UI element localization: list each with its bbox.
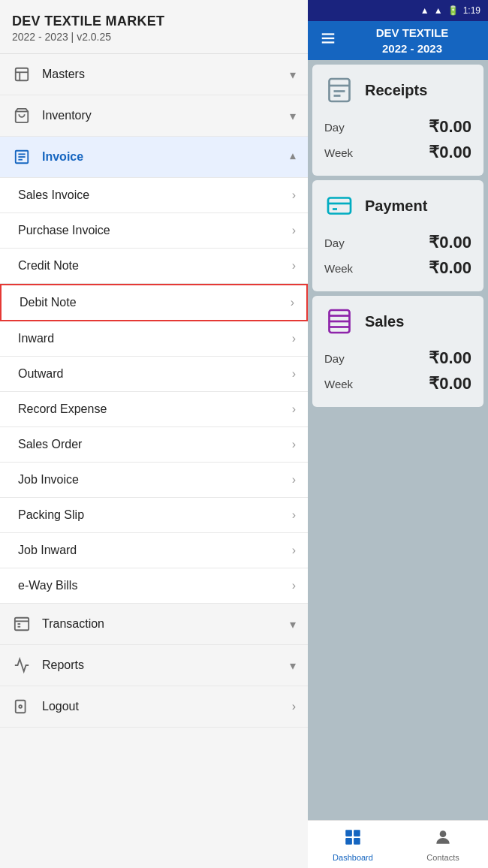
payment-day-label: Day: [324, 237, 345, 249]
logout-chevron: ›: [292, 700, 296, 713]
outward-label: Outward: [18, 367, 63, 381]
signal-icon: ▲: [434, 5, 443, 16]
sales-title: Sales: [365, 313, 404, 330]
logout-icon: [12, 697, 32, 716]
sidebar-item-eway-bills[interactable]: e-Way Bills ›: [0, 568, 308, 604]
time-display: 1:19: [463, 5, 480, 16]
transaction-icon: [12, 614, 32, 634]
svg-rect-28: [345, 830, 352, 836]
sidebar-item-debit-note[interactable]: Debit Note ›: [0, 284, 308, 321]
sidebar-item-inventory[interactable]: Inventory ▾: [0, 95, 308, 137]
dashboard-nav-icon: [343, 827, 363, 851]
sales-week-label: Week: [324, 378, 353, 390]
inventory-icon: [12, 106, 32, 125]
invoice-chevron: ▾: [290, 150, 296, 164]
bottom-navigation: Dashboard Contacts: [308, 820, 488, 868]
sidebar-item-transaction[interactable]: Transaction ▾: [0, 604, 308, 645]
reports-icon: [12, 656, 32, 675]
svg-point-32: [440, 830, 447, 837]
payment-week-amount: ₹0.00: [429, 258, 471, 278]
contacts-nav-label: Contacts: [426, 853, 459, 862]
sidebar-item-reports[interactable]: Reports ▾: [0, 645, 308, 686]
sidebar-item-logout[interactable]: Logout ›: [0, 686, 308, 728]
receipts-day-amount: ₹0.00: [429, 117, 471, 137]
receipts-week-amount: ₹0.00: [429, 143, 471, 162]
sales-order-label: Sales Order: [18, 438, 82, 451]
receipts-card: Receipts Day ₹0.00 Week ₹0.00: [312, 65, 483, 176]
header-company: DEV TEXTILE: [348, 25, 476, 41]
sidebar-item-sales-invoice[interactable]: Sales Invoice ›: [0, 178, 308, 213]
svg-rect-31: [354, 838, 360, 845]
masters-icon: [12, 65, 32, 84]
svg-rect-30: [345, 838, 352, 845]
nav-dashboard[interactable]: Dashboard: [308, 823, 398, 866]
sidebar-item-credit-note[interactable]: Credit Note ›: [0, 249, 308, 284]
receipts-card-icon: [324, 75, 354, 105]
svg-rect-21: [328, 198, 351, 214]
record-expense-label: Record Expense: [18, 402, 107, 416]
credit-note-label: Credit Note: [18, 259, 79, 273]
sales-day-label: Day: [324, 352, 345, 365]
sidebar-item-job-inward[interactable]: Job Inward ›: [0, 533, 308, 568]
masters-label: Masters: [42, 68, 85, 81]
header-year: 2022 - 2023: [348, 41, 476, 56]
status-bar: ▲ ▲ 🔋 1:19: [308, 0, 488, 21]
inventory-chevron: ▾: [290, 109, 296, 123]
svg-rect-17: [330, 79, 350, 101]
packing-slip-label: Packing Slip: [18, 508, 84, 522]
contacts-nav-icon: [433, 827, 453, 851]
svg-rect-0: [16, 68, 29, 81]
receipts-title: Receipts: [365, 82, 427, 99]
masters-chevron: ▾: [290, 68, 296, 82]
sidebar-item-sales-order[interactable]: Sales Order ›: [0, 427, 308, 463]
sidebar-item-invoice[interactable]: Invoice ▾: [0, 137, 308, 178]
main-panel: DEV TEXTILE 2022 - 2023 Receipts Day: [308, 0, 488, 868]
payment-day-amount: ₹0.00: [429, 233, 471, 252]
svg-rect-29: [354, 830, 360, 836]
svg-point-13: [19, 705, 22, 708]
dashboard-nav-label: Dashboard: [333, 853, 373, 862]
eway-bills-label: e-Way Bills: [18, 579, 77, 592]
transaction-label: Transaction: [42, 617, 104, 631]
navigation-drawer: DEV TEXTILE MARKET 2022 - 2023 | v2.0.25…: [0, 0, 308, 868]
sales-day-amount: ₹0.00: [429, 348, 471, 368]
sidebar-item-packing-slip[interactable]: Packing Slip ›: [0, 498, 308, 533]
header-title: DEV TEXTILE 2022 - 2023: [348, 25, 476, 56]
payment-card-icon: [324, 191, 354, 221]
sales-week-amount: ₹0.00: [429, 374, 471, 393]
wifi-icon: ▲: [420, 5, 429, 16]
inventory-label: Inventory: [42, 109, 92, 122]
sidebar-item-masters[interactable]: Masters ▾: [0, 54, 308, 95]
nav-contacts[interactable]: Contacts: [398, 823, 488, 866]
sidebar-item-job-invoice[interactable]: Job Invoice ›: [0, 463, 308, 498]
sales-card: Sales Day ₹0.00 Week ₹0.00: [312, 296, 483, 407]
sidebar-item-outward[interactable]: Outward ›: [0, 357, 308, 392]
battery-icon: 🔋: [447, 5, 459, 16]
company-name: DEV TEXTILE MARKET: [12, 14, 296, 29]
svg-rect-8: [15, 618, 29, 631]
sales-card-icon: [324, 306, 354, 336]
sidebar-item-inward[interactable]: Inward ›: [0, 321, 308, 357]
reports-chevron: ▾: [290, 659, 296, 673]
dashboard-cards: Receipts Day ₹0.00 Week ₹0.00: [308, 60, 488, 868]
sales-invoice-label: Sales Invoice: [18, 188, 89, 202]
payment-card: Payment Day ₹0.00 Week ₹0.00: [312, 180, 483, 291]
transaction-chevron: ▾: [290, 617, 296, 631]
drawer-header: DEV TEXTILE MARKET 2022 - 2023 | v2.0.25: [0, 0, 308, 54]
purchase-invoice-label: Purchase Invoice: [18, 224, 110, 237]
payment-week-label: Week: [324, 262, 353, 275]
invoice-label: Invoice: [42, 150, 83, 164]
debit-note-label: Debit Note: [20, 296, 77, 309]
company-sub: 2022 - 2023 | v2.0.25: [12, 31, 296, 43]
receipts-week-label: Week: [324, 146, 353, 159]
hamburger-icon[interactable]: [320, 30, 336, 51]
sidebar-item-purchase-invoice[interactable]: Purchase Invoice ›: [0, 213, 308, 249]
reports-label: Reports: [42, 659, 84, 672]
job-inward-label: Job Inward: [18, 544, 77, 557]
receipts-day-label: Day: [324, 121, 345, 134]
job-invoice-label: Job Invoice: [18, 473, 79, 487]
payment-title: Payment: [365, 197, 427, 215]
invoice-icon: [12, 147, 32, 167]
logout-label: Logout: [42, 700, 79, 713]
sidebar-item-record-expense[interactable]: Record Expense ›: [0, 392, 308, 427]
